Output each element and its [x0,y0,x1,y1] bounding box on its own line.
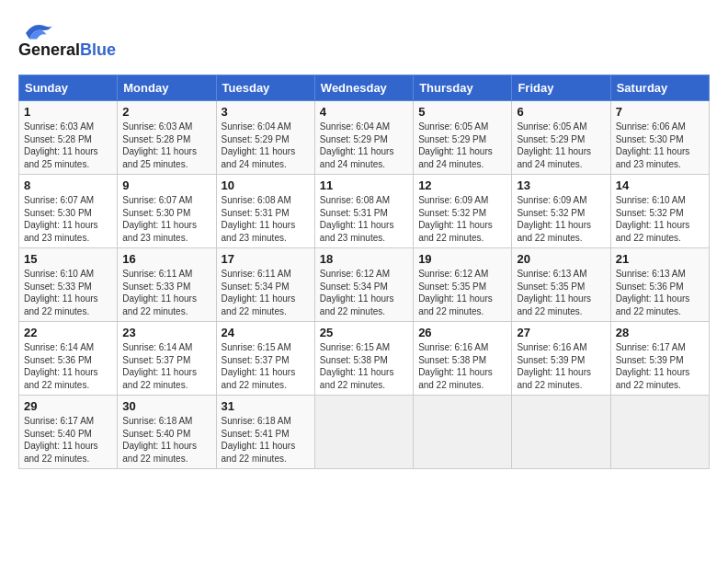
day-number: 3 [222,105,310,119]
logo-label: GeneralBlue [18,40,116,60]
day-number: 1 [24,105,112,119]
day-info: Sunrise: 6:09 AM Sunset: 5:32 PM Dayligh… [517,194,605,244]
calendar-cell: 17 Sunrise: 6:11 AM Sunset: 5:34 PM Dayl… [216,248,314,322]
day-info: Sunrise: 6:14 AM Sunset: 5:37 PM Dayligh… [122,341,210,391]
day-number: 27 [517,326,605,339]
day-number: 30 [122,399,210,413]
day-info: Sunrise: 6:06 AM Sunset: 5:30 PM Dayligh… [616,121,704,170]
day-info: Sunrise: 6:05 AM Sunset: 5:29 PM Dayligh… [418,121,506,170]
calendar-cell [414,396,512,469]
day-number: 21 [616,252,704,266]
day-info: Sunrise: 6:15 AM Sunset: 5:37 PM Dayligh… [222,341,310,391]
day-number: 16 [122,252,210,266]
day-number: 7 [616,105,704,119]
calendar-cell: 16 Sunrise: 6:11 AM Sunset: 5:33 PM Dayl… [118,248,216,322]
calendar-cell: 18 Sunrise: 6:12 AM Sunset: 5:34 PM Dayl… [314,248,413,322]
calendar-cell: 6 Sunrise: 6:05 AM Sunset: 5:29 PM Dayli… [512,101,610,175]
day-info: Sunrise: 6:07 AM Sunset: 5:30 PM Dayligh… [24,194,112,244]
day-info: Sunrise: 6:09 AM Sunset: 5:32 PM Dayligh… [418,194,506,244]
day-info: Sunrise: 6:15 AM Sunset: 5:38 PM Dayligh… [320,341,408,391]
day-info: Sunrise: 6:13 AM Sunset: 5:36 PM Dayligh… [616,268,704,317]
calendar-cell: 10 Sunrise: 6:08 AM Sunset: 5:31 PM Dayl… [216,175,314,248]
day-header-friday: Friday [512,75,610,101]
day-number: 8 [24,178,112,192]
day-number: 5 [418,105,506,119]
day-info: Sunrise: 6:12 AM Sunset: 5:34 PM Dayligh… [320,268,408,317]
day-header-monday: Monday [118,75,216,101]
day-number: 14 [616,178,704,192]
calendar-cell: 30 Sunrise: 6:18 AM Sunset: 5:40 PM Dayl… [118,396,216,469]
calendar-cell: 9 Sunrise: 6:07 AM Sunset: 5:30 PM Dayli… [118,175,216,248]
calendar-cell: 22 Sunrise: 6:14 AM Sunset: 5:36 PM Dayl… [19,322,118,396]
day-number: 26 [418,326,506,339]
week-row-4: 22 Sunrise: 6:14 AM Sunset: 5:36 PM Dayl… [19,322,710,396]
day-info: Sunrise: 6:17 AM Sunset: 5:39 PM Dayligh… [616,341,704,391]
day-info: Sunrise: 6:13 AM Sunset: 5:35 PM Dayligh… [517,268,605,317]
calendar-cell: 23 Sunrise: 6:14 AM Sunset: 5:37 PM Dayl… [118,322,216,396]
day-number: 6 [517,105,605,119]
calendar-cell: 14 Sunrise: 6:10 AM Sunset: 5:32 PM Dayl… [610,175,709,248]
calendar-cell: 19 Sunrise: 6:12 AM Sunset: 5:35 PM Dayl… [414,248,512,322]
logo: GeneralBlue [18,18,116,60]
day-header-sunday: Sunday [19,75,118,101]
day-info: Sunrise: 6:07 AM Sunset: 5:30 PM Dayligh… [122,194,210,244]
calendar-cell [610,396,709,469]
calendar-cell: 5 Sunrise: 6:05 AM Sunset: 5:29 PM Dayli… [414,101,512,175]
day-number: 4 [320,105,408,119]
day-info: Sunrise: 6:04 AM Sunset: 5:29 PM Dayligh… [320,121,408,170]
day-number: 28 [616,326,704,339]
day-number: 17 [222,252,310,266]
week-row-1: 1 Sunrise: 6:03 AM Sunset: 5:28 PM Dayli… [19,101,710,175]
week-row-5: 29 Sunrise: 6:17 AM Sunset: 5:40 PM Dayl… [19,396,710,469]
day-header-saturday: Saturday [610,75,709,101]
day-info: Sunrise: 6:18 AM Sunset: 5:40 PM Dayligh… [122,415,210,465]
day-number: 15 [24,252,112,266]
day-number: 12 [418,178,506,192]
day-number: 29 [24,399,112,413]
day-number: 18 [320,252,408,266]
day-info: Sunrise: 6:03 AM Sunset: 5:28 PM Dayligh… [122,121,210,170]
day-info: Sunrise: 6:08 AM Sunset: 5:31 PM Dayligh… [222,194,310,244]
day-number: 11 [320,178,408,192]
day-number: 25 [320,326,408,339]
day-info: Sunrise: 6:18 AM Sunset: 5:41 PM Dayligh… [222,415,310,465]
calendar-cell: 3 Sunrise: 6:04 AM Sunset: 5:29 PM Dayli… [216,101,314,175]
day-info: Sunrise: 6:05 AM Sunset: 5:29 PM Dayligh… [517,121,605,170]
day-info: Sunrise: 6:10 AM Sunset: 5:33 PM Dayligh… [24,268,112,317]
calendar: SundayMondayTuesdayWednesdayThursdayFrid… [18,75,710,469]
calendar-cell: 26 Sunrise: 6:16 AM Sunset: 5:38 PM Dayl… [414,322,512,396]
day-info: Sunrise: 6:11 AM Sunset: 5:34 PM Dayligh… [222,268,310,317]
calendar-cell [512,396,610,469]
day-info: Sunrise: 6:03 AM Sunset: 5:28 PM Dayligh… [24,121,112,170]
calendar-cell: 28 Sunrise: 6:17 AM Sunset: 5:39 PM Dayl… [610,322,709,396]
day-info: Sunrise: 6:10 AM Sunset: 5:32 PM Dayligh… [616,194,704,244]
calendar-cell: 4 Sunrise: 6:04 AM Sunset: 5:29 PM Dayli… [314,101,413,175]
day-number: 31 [222,399,310,413]
calendar-cell: 31 Sunrise: 6:18 AM Sunset: 5:41 PM Dayl… [216,396,314,469]
calendar-cell: 24 Sunrise: 6:15 AM Sunset: 5:37 PM Dayl… [216,322,314,396]
calendar-cell: 13 Sunrise: 6:09 AM Sunset: 5:32 PM Dayl… [512,175,610,248]
calendar-cell: 20 Sunrise: 6:13 AM Sunset: 5:35 PM Dayl… [512,248,610,322]
day-header-thursday: Thursday [414,75,512,101]
day-info: Sunrise: 6:12 AM Sunset: 5:35 PM Dayligh… [418,268,506,317]
day-info: Sunrise: 6:11 AM Sunset: 5:33 PM Dayligh… [122,268,210,317]
day-info: Sunrise: 6:08 AM Sunset: 5:31 PM Dayligh… [320,194,408,244]
day-info: Sunrise: 6:04 AM Sunset: 5:29 PM Dayligh… [222,121,310,170]
calendar-cell: 11 Sunrise: 6:08 AM Sunset: 5:31 PM Dayl… [314,175,413,248]
day-number: 23 [122,326,210,339]
header: GeneralBlue [18,18,710,60]
day-number: 9 [122,178,210,192]
day-number: 19 [418,252,506,266]
day-number: 10 [222,178,310,192]
week-row-2: 8 Sunrise: 6:07 AM Sunset: 5:30 PM Dayli… [19,175,710,248]
day-header-wednesday: Wednesday [314,75,413,101]
day-number: 13 [517,178,605,192]
calendar-cell: 12 Sunrise: 6:09 AM Sunset: 5:32 PM Dayl… [414,175,512,248]
calendar-cell: 2 Sunrise: 6:03 AM Sunset: 5:28 PM Dayli… [118,101,216,175]
day-info: Sunrise: 6:17 AM Sunset: 5:40 PM Dayligh… [24,415,112,465]
week-row-3: 15 Sunrise: 6:10 AM Sunset: 5:33 PM Dayl… [19,248,710,322]
day-info: Sunrise: 6:16 AM Sunset: 5:39 PM Dayligh… [517,341,605,391]
calendar-cell: 29 Sunrise: 6:17 AM Sunset: 5:40 PM Dayl… [19,396,118,469]
calendar-cell: 8 Sunrise: 6:07 AM Sunset: 5:30 PM Dayli… [19,175,118,248]
calendar-cell: 25 Sunrise: 6:15 AM Sunset: 5:38 PM Dayl… [314,322,413,396]
